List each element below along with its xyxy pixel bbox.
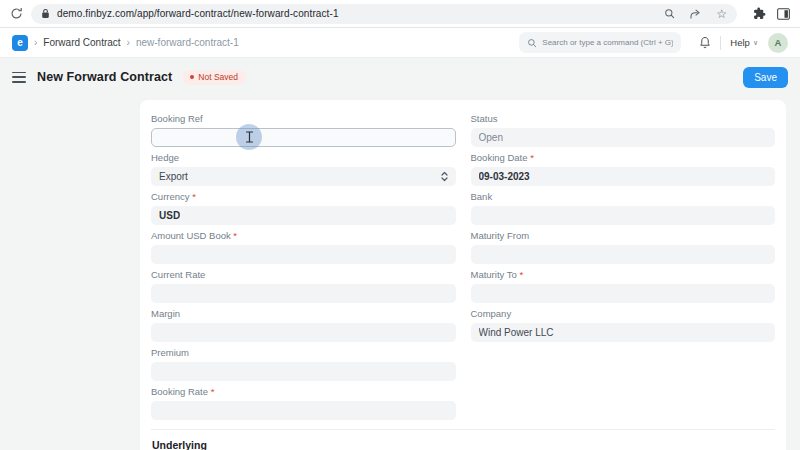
field-booking-date: Booking Date *09-03-2023	[471, 152, 776, 186]
field-amount-usd-book: Amount USD Book *	[151, 230, 456, 264]
lock-icon	[41, 8, 50, 19]
field-maturity-from: Maturity From	[471, 230, 776, 264]
browser-chrome: demo.finbyz.com/app/forward-contract/new…	[0, 0, 800, 28]
booking-ref-input[interactable]	[151, 128, 456, 147]
save-button[interactable]: Save	[743, 67, 788, 88]
maturity-from-label: Maturity From	[471, 230, 776, 242]
breadcrumb-chevron-icon: ›	[127, 37, 130, 48]
form-card: Booking RefHedgeExportCurrency *USDAmoun…	[140, 100, 786, 450]
breadcrumb-item-new-forward-contract[interactable]: new-forward-contract-1	[136, 37, 239, 48]
share-icon[interactable]	[689, 8, 702, 20]
booking-rate-label: Booking Rate *	[151, 386, 456, 398]
field-currency: Currency *USD	[151, 191, 456, 225]
company-label: Company	[471, 308, 776, 320]
current-rate-input[interactable]	[151, 284, 456, 303]
field-status: StatusOpen	[471, 113, 776, 147]
reload-icon[interactable]	[10, 7, 23, 20]
zoom-icon[interactable]	[664, 8, 675, 19]
section-title-underlying[interactable]: Underlying	[151, 430, 775, 450]
page-title: New Forward Contract	[37, 70, 172, 84]
status-badge-label: Not Saved	[198, 72, 238, 82]
company-input[interactable]: Wind Power LLC	[471, 323, 776, 342]
avatar[interactable]: A	[768, 33, 788, 53]
margin-input[interactable]	[151, 323, 456, 342]
bank-label: Bank	[471, 191, 776, 203]
field-bank: Bank	[471, 191, 776, 225]
search-icon	[527, 38, 537, 48]
currency-input[interactable]: USD	[151, 206, 456, 225]
field-maturity-to: Maturity To *	[471, 269, 776, 303]
field-booking-rate: Booking Rate *	[151, 386, 456, 420]
maturity-to-label: Maturity To *	[471, 269, 776, 281]
required-asterisk: *	[231, 230, 237, 241]
booking-date-label: Booking Date *	[471, 152, 776, 164]
page-content: Booking RefHedgeExportCurrency *USDAmoun…	[0, 100, 800, 450]
currency-value: USD	[159, 210, 180, 221]
page-head: New Forward Contract Not Saved Save	[0, 58, 800, 96]
side-panel-icon[interactable]	[777, 8, 790, 20]
booking-date-value: 09-03-2023	[479, 171, 530, 182]
status-dot-icon	[190, 75, 194, 79]
required-asterisk: *	[528, 152, 534, 163]
status-label: Status	[471, 113, 776, 125]
maturity-from-input[interactable]	[471, 245, 776, 264]
notifications-bell-icon[interactable]	[699, 36, 711, 49]
status-badge: Not Saved	[182, 70, 246, 85]
browser-window: demo.finbyz.com/app/forward-contract/new…	[0, 0, 800, 450]
bookmark-star-icon[interactable]: ☆	[716, 8, 727, 20]
currency-label: Currency *	[151, 191, 456, 203]
amount-usd-book-input[interactable]	[151, 245, 456, 264]
global-search[interactable]	[519, 32, 681, 53]
form-column-left: Booking RefHedgeExportCurrency *USDAmoun…	[151, 113, 456, 425]
required-asterisk: *	[517, 269, 523, 280]
sidebar-toggle-icon[interactable]	[12, 72, 26, 83]
amount-usd-book-label: Amount USD Book *	[151, 230, 456, 242]
global-search-input[interactable]	[542, 38, 673, 47]
booking-ref-label: Booking Ref	[151, 113, 456, 125]
field-premium: Premium	[151, 347, 456, 381]
required-asterisk: *	[208, 386, 214, 397]
company-value: Wind Power LLC	[479, 327, 554, 338]
hedge-label: Hedge	[151, 152, 456, 164]
margin-label: Margin	[151, 308, 456, 320]
status-input[interactable]: Open	[471, 128, 776, 147]
app-navbar: e › Forward Contract › new-forward-contr…	[0, 28, 800, 58]
field-hedge: HedgeExport	[151, 152, 456, 186]
status-value: Open	[479, 132, 503, 143]
field-current-rate: Current Rate	[151, 269, 456, 303]
bank-input[interactable]	[471, 206, 776, 225]
breadcrumb-item-forward-contract[interactable]: Forward Contract	[43, 37, 120, 48]
chevron-down-icon: ∨	[753, 39, 758, 47]
maturity-to-input[interactable]	[471, 284, 776, 303]
field-margin: Margin	[151, 308, 456, 342]
hedge-select[interactable]: Export	[151, 167, 456, 186]
field-company: CompanyWind Power LLC	[471, 308, 776, 342]
select-unfold-icon	[441, 171, 448, 182]
booking-rate-input[interactable]	[151, 401, 456, 420]
help-label: Help	[730, 37, 750, 48]
extensions-puzzle-icon[interactable]	[753, 7, 766, 20]
hedge-value: Export	[159, 171, 188, 182]
required-asterisk: *	[190, 191, 196, 202]
premium-label: Premium	[151, 347, 456, 359]
field-booking-ref: Booking Ref	[151, 113, 456, 147]
help-menu[interactable]: Help ∨	[730, 37, 758, 48]
booking-date-input[interactable]: 09-03-2023	[471, 167, 776, 186]
navbar-divider	[720, 36, 721, 50]
current-rate-label: Current Rate	[151, 269, 456, 281]
url-text: demo.finbyz.com/app/forward-contract/new…	[57, 8, 339, 19]
breadcrumb-chevron-icon: ›	[34, 37, 37, 48]
premium-input[interactable]	[151, 362, 456, 381]
form-column-right: StatusOpenBooking Date *09-03-2023BankMa…	[471, 113, 776, 425]
url-bar[interactable]: demo.finbyz.com/app/forward-contract/new…	[31, 4, 737, 24]
app-logo[interactable]: e	[12, 35, 28, 51]
